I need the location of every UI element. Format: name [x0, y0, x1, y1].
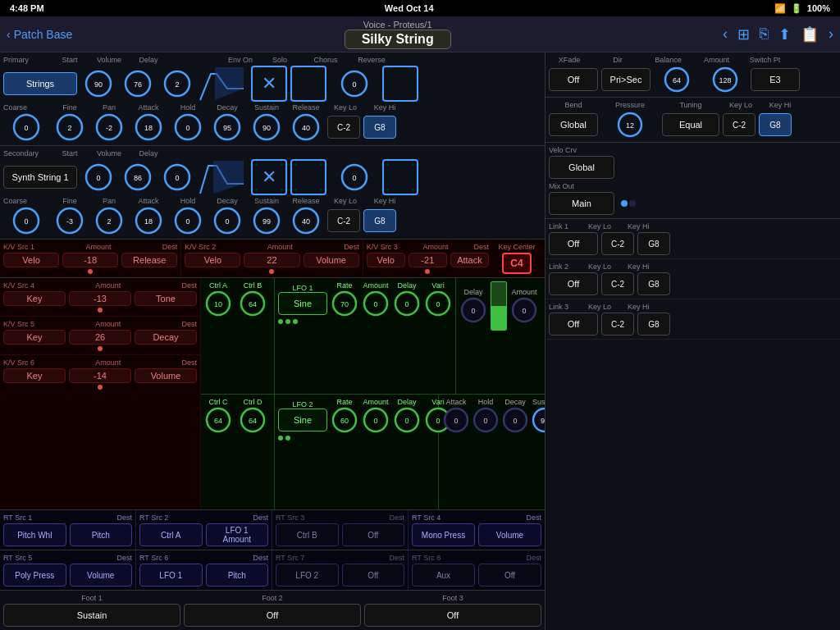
- foot2-value[interactable]: Off: [184, 604, 361, 627]
- primary-hold-knob[interactable]: 0: [173, 112, 203, 142]
- balance-knob[interactable]: 64: [663, 66, 691, 94]
- ctrl-c-knob[interactable]: 64: [204, 406, 232, 434]
- secondary-fine-knob[interactable]: -3: [55, 206, 84, 235]
- primary-attack-knob[interactable]: 18: [134, 112, 163, 142]
- tuning-value[interactable]: Equal: [662, 113, 719, 136]
- lfo2-delay-knob[interactable]: 0: [393, 406, 421, 434]
- link2-key-hi[interactable]: G8: [637, 272, 670, 295]
- secondary-release-knob[interactable]: 40: [291, 206, 321, 235]
- main-key-hi[interactable]: G8: [759, 113, 792, 136]
- rt6-src[interactable]: LFO 1: [139, 564, 203, 587]
- kv3-amount[interactable]: -21: [409, 253, 447, 267]
- primary-release-knob[interactable]: 40: [291, 112, 321, 142]
- nav-right-icon[interactable]: ›: [829, 25, 833, 43]
- rt1-dest[interactable]: Pitch: [70, 523, 133, 546]
- secondary-attack-knob[interactable]: 18: [134, 206, 163, 235]
- secondary-key-lo[interactable]: C-2: [327, 209, 360, 232]
- nav-share-icon[interactable]: ⬆: [778, 25, 791, 43]
- env-hold-knob[interactable]: 0: [472, 406, 500, 434]
- key-center-value[interactable]: C4: [502, 253, 531, 274]
- primary-sustain-knob[interactable]: 90: [252, 112, 281, 142]
- secondary-hold-knob[interactable]: 0: [173, 206, 203, 235]
- lfo2-amount-knob[interactable]: 0: [362, 406, 390, 434]
- kv6-amount[interactable]: -14: [69, 368, 131, 383]
- link3-key-lo[interactable]: C-2: [601, 313, 634, 336]
- kv4-amount[interactable]: -13: [69, 291, 131, 306]
- rt3-dest[interactable]: Off: [342, 523, 405, 546]
- link1-key-hi[interactable]: G8: [637, 232, 670, 255]
- kv6-src[interactable]: Key: [3, 368, 66, 383]
- secondary-coarse-knob[interactable]: 0: [11, 206, 41, 235]
- rt5-dest[interactable]: Volume: [70, 564, 133, 587]
- lfo1-type[interactable]: Sine: [278, 292, 327, 315]
- secondary-chorus-knob[interactable]: 0: [340, 162, 369, 192]
- kv2-amount[interactable]: 22: [244, 253, 299, 267]
- rt1-src[interactable]: Pitch Whl: [3, 523, 66, 546]
- back-button[interactable]: ‹ Patch Base: [7, 28, 72, 41]
- link3-status[interactable]: Off: [549, 313, 598, 336]
- secondary-start-knob[interactable]: 0: [84, 162, 113, 192]
- main-key-lo[interactable]: C-2: [723, 113, 756, 136]
- primary-solo[interactable]: [290, 66, 326, 102]
- kv4-dest[interactable]: Tone: [135, 291, 197, 306]
- secondary-decay-knob[interactable]: 0: [212, 206, 242, 235]
- velo-crv-value[interactable]: Global: [549, 156, 614, 179]
- kv4-src[interactable]: Key: [3, 291, 66, 306]
- kv5-amount[interactable]: 26: [69, 330, 131, 345]
- link2-key-lo[interactable]: C-2: [601, 272, 634, 295]
- primary-key-hi[interactable]: G8: [363, 116, 396, 139]
- ctrl-a-knob[interactable]: 10: [204, 290, 232, 317]
- secondary-sustain-knob[interactable]: 99: [252, 206, 281, 235]
- ctrl-b-knob[interactable]: 64: [239, 290, 267, 317]
- secondary-reverse[interactable]: [382, 159, 418, 195]
- rt4-dest[interactable]: Volume: [478, 523, 541, 546]
- nav-save-icon[interactable]: ⊞: [737, 25, 750, 43]
- xfade-dir[interactable]: Pri>Sec: [601, 68, 651, 91]
- patch-name[interactable]: Silky String: [345, 30, 451, 49]
- lfo2-type[interactable]: Sine: [278, 409, 327, 431]
- primary-volume-knob[interactable]: 76: [123, 69, 153, 98]
- lfo1-vari-knob[interactable]: 0: [424, 290, 452, 317]
- rt8-src[interactable]: Aux: [412, 564, 475, 587]
- primary-pan-knob[interactable]: -2: [94, 112, 124, 142]
- secondary-volume-knob[interactable]: 86: [123, 162, 153, 192]
- kv1-src[interactable]: Velo: [3, 253, 59, 267]
- lfo1-rate-knob[interactable]: 70: [331, 290, 358, 317]
- nav-copy-icon[interactable]: ⎘: [760, 25, 769, 43]
- delay-amount-knob[interactable]: 0: [510, 296, 538, 324]
- rt6-dest[interactable]: Pitch: [206, 564, 269, 587]
- rt3-src[interactable]: Ctrl B: [276, 523, 339, 546]
- bend-value[interactable]: Global: [549, 113, 598, 136]
- secondary-env-on[interactable]: ✕: [251, 159, 287, 195]
- rt7-src[interactable]: LFO 2: [276, 564, 339, 587]
- kv2-dest[interactable]: Volume: [304, 253, 359, 267]
- env-delay-knob[interactable]: 0: [459, 296, 487, 324]
- kv3-dest[interactable]: Attack: [450, 253, 489, 267]
- primary-start-knob[interactable]: 90: [84, 69, 113, 98]
- lfo1-delay-knob[interactable]: 0: [393, 290, 421, 317]
- link1-status[interactable]: Off: [549, 232, 598, 255]
- link2-status[interactable]: Off: [549, 272, 598, 295]
- primary-fine-knob[interactable]: 2: [55, 112, 84, 142]
- foot1-value[interactable]: Sustain: [3, 604, 180, 627]
- primary-reverse[interactable]: [382, 66, 418, 102]
- mix-out-value[interactable]: Main: [549, 192, 614, 215]
- ctrl-d-knob[interactable]: 64: [239, 406, 267, 434]
- foot3-value[interactable]: Off: [364, 604, 541, 627]
- secondary-solo[interactable]: [290, 159, 326, 195]
- primary-coarse-knob[interactable]: 0: [11, 112, 41, 142]
- link1-key-lo[interactable]: C-2: [601, 232, 634, 255]
- kv1-dest[interactable]: Release: [121, 253, 177, 267]
- kv1-amount[interactable]: -18: [62, 253, 118, 267]
- switch-pt-value[interactable]: E3: [751, 68, 800, 91]
- rt2-src[interactable]: Ctrl A: [139, 523, 203, 546]
- secondary-instrument[interactable]: Synth String 1: [3, 166, 77, 189]
- secondary-key-hi[interactable]: G8: [363, 209, 396, 232]
- nav-paste-icon[interactable]: 📋: [801, 25, 819, 43]
- rt8-dest[interactable]: Off: [478, 564, 541, 587]
- rt4-src[interactable]: Mono Press: [412, 523, 475, 546]
- rt2-dest[interactable]: LFO 1 Amount: [206, 523, 269, 546]
- primary-env-on[interactable]: ✕: [251, 66, 287, 102]
- rt5-src[interactable]: Poly Press: [3, 564, 66, 587]
- link3-key-hi[interactable]: G8: [637, 313, 670, 336]
